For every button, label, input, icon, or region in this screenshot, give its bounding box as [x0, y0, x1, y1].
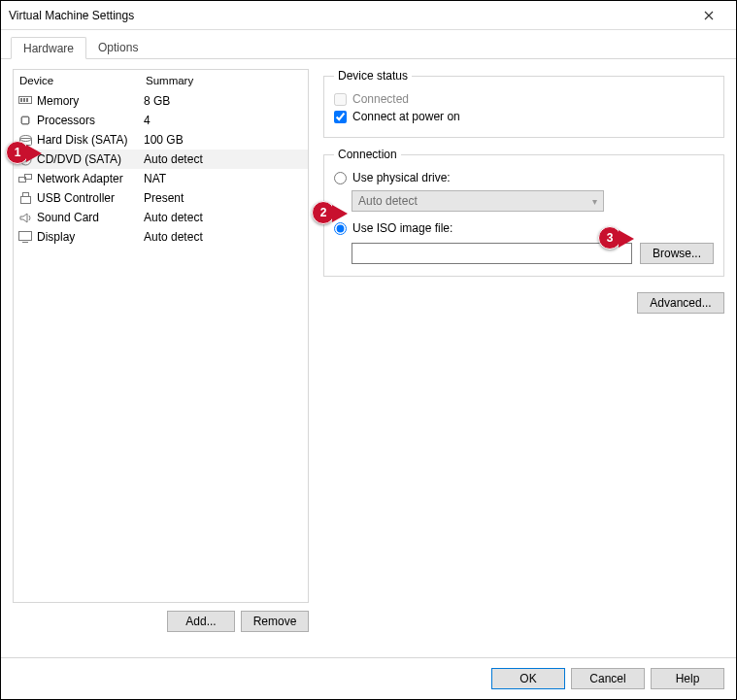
close-button[interactable] — [689, 2, 728, 29]
header-device: Device — [19, 75, 146, 86]
connected-label: Connected — [352, 92, 409, 106]
left-panel: Device Summary Memory 8 GB Processors 4 — [13, 69, 309, 632]
network-icon — [17, 172, 33, 185]
device-row-display[interactable]: Display Auto detect — [14, 227, 308, 247]
iso-row: Browse... — [352, 243, 714, 264]
svg-rect-3 — [26, 98, 28, 102]
title-bar: Virtual Machine Settings — [1, 1, 736, 30]
device-row-cddvd[interactable]: CD/DVD (SATA) Auto detect — [14, 150, 308, 169]
help-button[interactable]: Help — [651, 668, 724, 689]
device-status-group: Device status Connected Connect at power… — [323, 69, 724, 138]
svg-rect-11 — [22, 193, 28, 197]
device-row-usb[interactable]: USB Controller Present — [14, 188, 308, 208]
header-summary: Summary — [146, 75, 302, 86]
device-label: Hard Disk (SATA) — [37, 132, 128, 148]
chevron-down-icon: ▾ — [592, 196, 597, 207]
browse-button[interactable]: Browse... — [640, 243, 714, 264]
device-row-harddisk[interactable]: Hard Disk (SATA) 100 GB — [14, 130, 308, 150]
use-physical-label: Use physical drive: — [352, 171, 451, 184]
device-label: CD/DVD (SATA) — [37, 151, 121, 167]
device-label: Network Adapter — [37, 171, 123, 186]
ok-button[interactable]: OK — [491, 668, 565, 689]
annotation-3: 3 — [598, 226, 621, 250]
physical-drive-dropdown: Auto detect ▾ — [352, 190, 604, 212]
use-physical-radio[interactable] — [334, 172, 347, 184]
remove-button[interactable]: Remove — [241, 611, 309, 632]
use-iso-radio[interactable] — [334, 222, 347, 235]
device-row-processors[interactable]: Processors 4 — [14, 111, 308, 130]
content-area: Device Summary Memory 8 GB Processors 4 — [1, 59, 736, 642]
annotation-1: 1 — [6, 141, 29, 164]
advanced-button[interactable]: Advanced... — [637, 292, 724, 314]
dialog-footer: OK Cancel Help — [1, 657, 736, 699]
device-list: Device Summary Memory 8 GB Processors 4 — [13, 69, 309, 603]
device-summary: 100 GB — [144, 132, 304, 148]
use-iso-label: Use ISO image file: — [352, 221, 452, 235]
connected-checkbox — [334, 93, 347, 106]
connect-poweron-checkbox[interactable] — [334, 111, 347, 123]
tab-strip: Hardware Options — [1, 30, 736, 59]
window-title: Virtual Machine Settings — [9, 9, 689, 22]
tab-hardware[interactable]: Hardware — [11, 37, 86, 59]
svg-rect-12 — [20, 197, 30, 204]
close-icon — [704, 11, 714, 20]
device-summary: 4 — [144, 113, 304, 128]
display-icon — [17, 230, 33, 244]
connection-group: Connection Use physical drive: Auto dete… — [323, 148, 724, 277]
advanced-row: Advanced... — [323, 292, 724, 314]
svg-rect-1 — [20, 98, 22, 102]
physical-drive-value: Auto detect — [358, 194, 418, 208]
use-iso-radio-row[interactable]: Use ISO image file: — [334, 219, 714, 237]
device-summary: Auto detect — [144, 229, 304, 245]
device-row-memory[interactable]: Memory 8 GB — [14, 91, 308, 111]
usb-icon — [17, 191, 33, 205]
connect-poweron-checkbox-row[interactable]: Connect at power on — [334, 108, 714, 125]
device-row-network[interactable]: Network Adapter NAT — [14, 169, 308, 188]
svg-rect-4 — [22, 117, 29, 124]
connection-legend: Connection — [334, 148, 401, 161]
connect-poweron-label: Connect at power on — [352, 110, 460, 123]
device-label: Sound Card — [37, 210, 99, 225]
tab-options[interactable]: Options — [86, 37, 150, 59]
device-label: USB Controller — [37, 190, 115, 206]
connected-checkbox-row: Connected — [334, 90, 714, 108]
svg-rect-13 — [19, 232, 32, 241]
device-summary: 8 GB — [144, 93, 304, 109]
device-summary: NAT — [144, 171, 304, 186]
device-label: Display — [37, 229, 75, 245]
device-status-legend: Device status — [334, 69, 412, 83]
device-summary: Auto detect — [144, 210, 304, 225]
cpu-icon — [17, 114, 33, 127]
sound-icon — [17, 211, 33, 224]
device-label: Memory — [37, 93, 79, 109]
device-label: Processors — [37, 113, 95, 128]
cancel-button[interactable]: Cancel — [571, 668, 645, 689]
device-list-header: Device Summary — [14, 70, 308, 91]
add-button[interactable]: Add... — [167, 611, 235, 632]
device-summary: Present — [144, 190, 304, 206]
device-summary: Auto detect — [144, 151, 304, 167]
memory-icon — [17, 94, 33, 108]
left-buttons: Add... Remove — [13, 611, 309, 632]
annotation-2: 2 — [312, 201, 335, 224]
device-row-sound[interactable]: Sound Card Auto detect — [14, 208, 308, 227]
right-panel: Device status Connected Connect at power… — [323, 69, 724, 632]
iso-path-input[interactable] — [352, 243, 632, 264]
svg-rect-2 — [23, 98, 25, 102]
use-physical-radio-row[interactable]: Use physical drive: — [334, 169, 714, 186]
